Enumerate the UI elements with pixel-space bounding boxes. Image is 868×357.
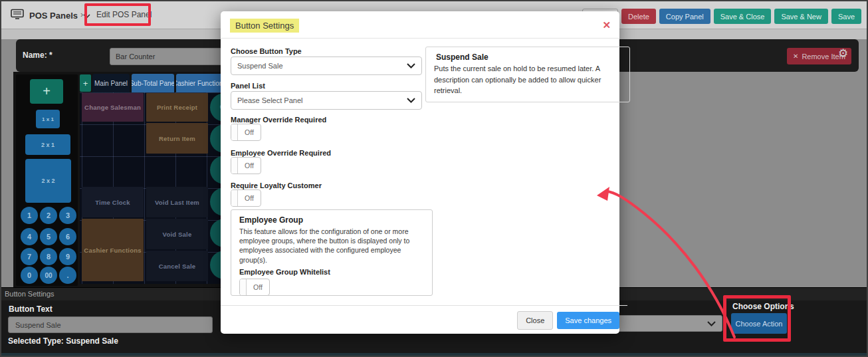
modal-close-icon[interactable]: ✕ (602, 19, 611, 31)
pos-panels-icon (11, 9, 24, 22)
choose-options-label: Choose Options (732, 302, 794, 311)
grid-button-return-item[interactable]: Return Item (146, 123, 208, 154)
size-1x1-button[interactable]: 1 x 1 (36, 110, 60, 128)
manager-override-label: Manager Override Required (231, 116, 326, 124)
chevron-down-icon (407, 98, 415, 103)
button-type-select[interactable]: Suspend Sale (231, 57, 422, 75)
delete-button[interactable]: Delete (621, 9, 656, 24)
button-type-value: Suspend Sale (231, 62, 407, 70)
save-button[interactable]: Save (831, 9, 861, 24)
toggle-handle (231, 190, 238, 206)
toggle-handle (231, 124, 238, 140)
employee-override-label: Employee Override Required (231, 149, 331, 157)
size-2x1-button[interactable]: 2 x 1 (25, 134, 70, 155)
panel-list-label: Panel List (231, 82, 265, 90)
toggle-handle (240, 279, 247, 295)
grid-button-void-last-item[interactable]: Void Last Item (146, 187, 208, 217)
employee-group-description: This feature allows for the configuratio… (239, 227, 424, 265)
employee-group-title: Employee Group (239, 215, 424, 225)
info-description: Puts the current sale on hold to be resu… (434, 63, 621, 96)
header-actions: Cancel Delete Copy Panel Save & Close Sa… (582, 9, 861, 24)
toggle-state: Off (238, 158, 261, 174)
save-close-button[interactable]: Save & Close (714, 9, 772, 24)
name-label: Name: * (23, 51, 53, 60)
panel-list-select[interactable]: Please Select Panel (231, 91, 422, 110)
x-icon: ✕ (793, 53, 798, 60)
keypad-key-8[interactable]: 8 (40, 248, 57, 265)
keypad-key-0[interactable]: 0 (21, 267, 38, 284)
chevron-down-icon (83, 9, 90, 21)
grid-button-time-clock[interactable]: Time Clock (82, 187, 144, 217)
grid-button-void-sale[interactable]: Void Sale (146, 219, 208, 249)
employee-override-toggle[interactable]: Off (231, 157, 261, 174)
choose-action-button[interactable]: Choose Action (731, 313, 787, 334)
toggle-state: Off (238, 124, 261, 140)
panel-list-value: Please Select Panel (231, 96, 407, 104)
modal-close-button[interactable]: Close (517, 311, 553, 330)
employee-group-whitelist-label: Employee Group Whitelist (239, 268, 424, 276)
button-text-input[interactable] (8, 316, 213, 333)
button-type-label: Choose Button Type (231, 47, 302, 55)
add-button[interactable]: + (30, 79, 63, 104)
grid-button-change-salesman[interactable]: Change Salesman (82, 93, 144, 122)
pos-panel-editor: POS Panels › Edit POS Panel Cancel Delet… (0, 0, 868, 357)
keypad-key-5[interactable]: 5 (40, 228, 57, 245)
modal-save-changes-button[interactable]: Save changes (557, 312, 619, 329)
info-title: Suspend Sale (434, 53, 621, 62)
button-settings-modal: Button Settings ✕ Choose Button Type Sus… (221, 11, 619, 334)
keypad-key-2[interactable]: 2 (40, 207, 57, 224)
action-select[interactable] (616, 315, 722, 332)
employee-group-box: Employee Group This feature allows for t… (231, 209, 433, 296)
pos-panels-menu[interactable]: POS Panels (11, 7, 90, 23)
require-loyalty-toggle[interactable]: Off (231, 189, 261, 207)
tab-main-panel[interactable]: Main Panel (92, 74, 130, 92)
button-type-info-box: Suspend Sale Puts the current sale on ho… (425, 47, 630, 102)
size-2x2-button[interactable]: 2 x 2 (25, 159, 71, 203)
toggle-state: Off (247, 279, 269, 295)
app-title: POS Panels (29, 11, 78, 21)
settings-gear-icon[interactable]: ⚙ (838, 47, 848, 60)
keypad-key-3[interactable]: 3 (59, 207, 76, 224)
toggle-state: Off (238, 190, 261, 206)
toggle-handle (231, 158, 238, 174)
size-tool-panel: + 1 x 1 2 x 1 2 x 2 1 2 3 4 5 6 7 8 9 0 … (16, 74, 78, 286)
breadcrumb-separator: › (80, 9, 83, 19)
selected-type-text: Selected Type: Suspend Sale (8, 336, 118, 346)
bottom-edge (1, 353, 867, 357)
chevron-down-icon (407, 63, 415, 68)
copy-panel-button[interactable]: Copy Panel (659, 9, 710, 24)
keypad-key-7[interactable]: 7 (21, 248, 38, 265)
chevron-down-icon (707, 321, 716, 326)
add-panel-tab-button[interactable]: + (80, 74, 91, 92)
tab-cashier-functions[interactable]: Cashier Functions (176, 74, 223, 92)
keypad-key-1[interactable]: 1 (21, 207, 38, 224)
button-text-label: Button Text (9, 304, 53, 314)
keypad-key-dot[interactable]: . (59, 267, 76, 284)
grid-button-cancel-sale[interactable]: Cancel Sale (146, 251, 208, 281)
save-new-button[interactable]: Save & New (774, 9, 828, 24)
employee-group-whitelist-toggle[interactable]: Off (239, 279, 270, 296)
tab-sub-total-panel[interactable]: Sub-Total Panel (132, 74, 174, 92)
bottom-section-title: Button Settings (5, 290, 54, 298)
panel-button-grid: Change Salesman Print Receipt Return Ite… (80, 92, 221, 284)
manager-override-toggle[interactable]: Off (231, 124, 261, 141)
keypad-key-6[interactable]: 6 (59, 228, 76, 245)
keypad-key-00[interactable]: 00 (40, 267, 57, 284)
page-title: Edit POS Panel (96, 10, 152, 19)
keypad-key-9[interactable]: 9 (59, 248, 76, 265)
keypad-key-4[interactable]: 4 (21, 228, 38, 245)
modal-footer: Close Save changes (221, 305, 627, 334)
grid-button-print-receipt[interactable]: Print Receipt (146, 93, 208, 122)
require-loyalty-label: Require Loyalty Customer (231, 181, 322, 189)
modal-title: Button Settings (230, 19, 299, 33)
grid-button-cashier-functions[interactable]: Cashier Functions (82, 219, 144, 281)
